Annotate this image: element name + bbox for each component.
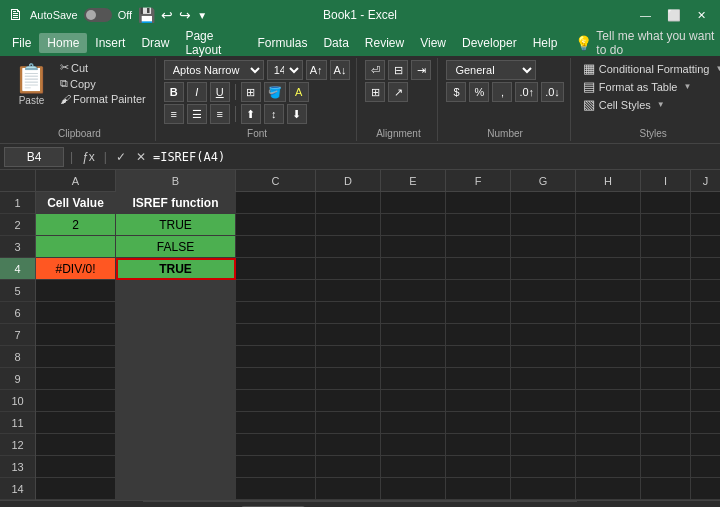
cell-j8[interactable] <box>691 346 720 368</box>
cell-j12[interactable] <box>691 434 720 456</box>
cell-f5[interactable] <box>446 280 511 302</box>
increase-font-btn[interactable]: A↑ <box>306 60 327 80</box>
row-header-9[interactable]: 9 <box>0 368 35 390</box>
cell-e10[interactable] <box>381 390 446 412</box>
cell-j9[interactable] <box>691 368 720 390</box>
cell-c8[interactable] <box>236 346 316 368</box>
cell-a13[interactable] <box>36 456 116 478</box>
font-name-select[interactable]: Aptos Narrow <box>164 60 264 80</box>
cell-g14[interactable] <box>511 478 576 500</box>
row-header-2[interactable]: 2 <box>0 214 35 236</box>
name-box[interactable] <box>4 147 64 167</box>
cell-a8[interactable] <box>36 346 116 368</box>
cell-e14[interactable] <box>381 478 446 500</box>
cell-c4[interactable] <box>236 258 316 280</box>
currency-btn[interactable]: $ <box>446 82 466 102</box>
merge-btn[interactable]: ⊟ <box>388 60 408 80</box>
cell-i9[interactable] <box>641 368 691 390</box>
cell-h6[interactable] <box>576 302 641 324</box>
close-btn[interactable]: ✕ <box>691 7 712 24</box>
cell-c2[interactable] <box>236 214 316 236</box>
col-header-c[interactable]: C <box>236 170 316 192</box>
align-right-btn[interactable]: ≡ <box>210 104 230 124</box>
row-header-11[interactable]: 11 <box>0 412 35 434</box>
cell-b9[interactable] <box>116 368 236 390</box>
cell-h3[interactable] <box>576 236 641 258</box>
cell-h10[interactable] <box>576 390 641 412</box>
cell-g11[interactable] <box>511 412 576 434</box>
row-header-4[interactable]: 4 <box>0 258 35 280</box>
cell-h14[interactable] <box>576 478 641 500</box>
cell-a10[interactable] <box>36 390 116 412</box>
cell-f6[interactable] <box>446 302 511 324</box>
cell-d11[interactable] <box>316 412 381 434</box>
cell-f8[interactable] <box>446 346 511 368</box>
cell-e1[interactable] <box>381 192 446 214</box>
cell-b5[interactable] <box>116 280 236 302</box>
cell-e9[interactable] <box>381 368 446 390</box>
cell-f11[interactable] <box>446 412 511 434</box>
cell-g5[interactable] <box>511 280 576 302</box>
cell-d2[interactable] <box>316 214 381 236</box>
cell-i14[interactable] <box>641 478 691 500</box>
cell-b6[interactable] <box>116 302 236 324</box>
cell-b8[interactable] <box>116 346 236 368</box>
cell-d3[interactable] <box>316 236 381 258</box>
cell-g3[interactable] <box>511 236 576 258</box>
cell-b12[interactable] <box>116 434 236 456</box>
cancel-formula-btn[interactable]: ✕ <box>133 150 149 164</box>
align-left-btn[interactable]: ≡ <box>164 104 184 124</box>
cell-h2[interactable] <box>576 214 641 236</box>
cell-g9[interactable] <box>511 368 576 390</box>
cell-g7[interactable] <box>511 324 576 346</box>
col-header-b[interactable]: B <box>116 170 236 192</box>
row-header-7[interactable]: 7 <box>0 324 35 346</box>
cell-f7[interactable] <box>446 324 511 346</box>
cell-d9[interactable] <box>316 368 381 390</box>
autosave-toggle[interactable] <box>84 8 112 22</box>
cell-e2[interactable] <box>381 214 446 236</box>
cell-i5[interactable] <box>641 280 691 302</box>
row-header-1[interactable]: 1 <box>0 192 35 214</box>
cell-g10[interactable] <box>511 390 576 412</box>
format-as-table-btn[interactable]: ▤ Format as Table ▼ <box>579 78 720 95</box>
cell-d4[interactable] <box>316 258 381 280</box>
menu-home[interactable]: Home <box>39 33 87 53</box>
row-header-10[interactable]: 10 <box>0 390 35 412</box>
undo-icon[interactable]: ↩ <box>161 7 173 23</box>
cell-f1[interactable] <box>446 192 511 214</box>
cell-c9[interactable] <box>236 368 316 390</box>
cell-d12[interactable] <box>316 434 381 456</box>
cell-b11[interactable] <box>116 412 236 434</box>
cell-h5[interactable] <box>576 280 641 302</box>
cell-a2[interactable]: 2 <box>36 214 116 236</box>
decrease-font-btn[interactable]: A↓ <box>330 60 351 80</box>
underline-btn[interactable]: U <box>210 82 230 102</box>
bold-btn[interactable]: B <box>164 82 184 102</box>
menu-view[interactable]: View <box>412 33 454 53</box>
align-bottom-btn[interactable]: ⬇ <box>287 104 307 124</box>
menu-insert[interactable]: Insert <box>87 33 133 53</box>
formula-input[interactable] <box>153 150 716 164</box>
cell-g2[interactable] <box>511 214 576 236</box>
cell-c12[interactable] <box>236 434 316 456</box>
quick-access-more[interactable]: ▼ <box>197 10 207 21</box>
row-header-14[interactable]: 14 <box>0 478 35 500</box>
cell-i7[interactable] <box>641 324 691 346</box>
cell-h13[interactable] <box>576 456 641 478</box>
cell-i10[interactable] <box>641 390 691 412</box>
cell-f13[interactable] <box>446 456 511 478</box>
cell-c5[interactable] <box>236 280 316 302</box>
cell-i1[interactable] <box>641 192 691 214</box>
row-header-8[interactable]: 8 <box>0 346 35 368</box>
cell-j7[interactable] <box>691 324 720 346</box>
copy-btn[interactable]: ⧉ Copy <box>57 76 149 91</box>
cell-b2[interactable]: TRUE <box>116 214 236 236</box>
row-header-13[interactable]: 13 <box>0 456 35 478</box>
cell-d7[interactable] <box>316 324 381 346</box>
font-color-btn[interactable]: A <box>289 82 309 102</box>
cell-c3[interactable] <box>236 236 316 258</box>
cell-e6[interactable] <box>381 302 446 324</box>
menu-file[interactable]: File <box>4 33 39 53</box>
cell-j5[interactable] <box>691 280 720 302</box>
